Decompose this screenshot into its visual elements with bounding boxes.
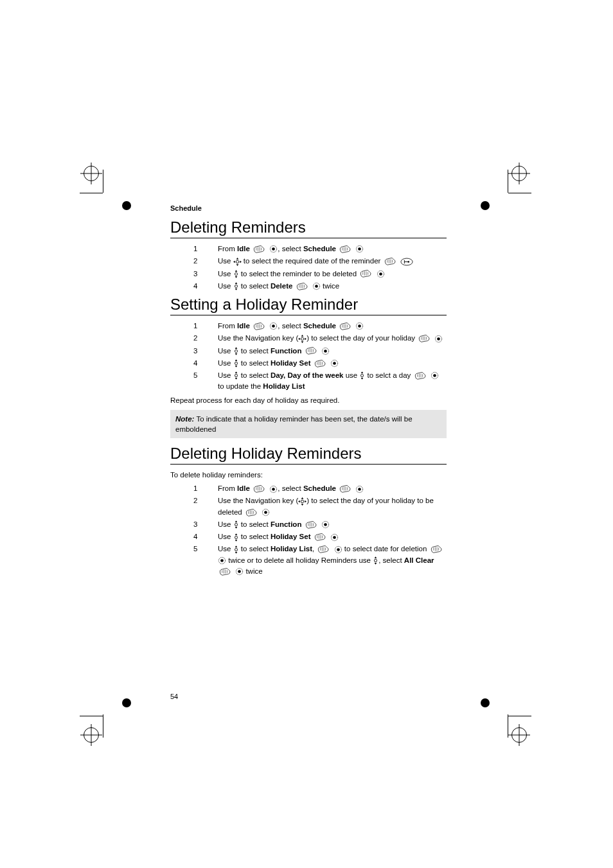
step-body: Use to select the required date of the r… — [218, 256, 447, 267]
step-item: 4 Use to select Delete twice — [193, 281, 447, 292]
dot-icon — [334, 545, 342, 554]
oval-left-icon — [400, 258, 413, 266]
dot-icon — [431, 371, 439, 380]
step-number: 5 — [193, 370, 218, 393]
bold-text: Holiday List — [263, 382, 305, 390]
bold-text: Function — [271, 520, 302, 528]
dot-icon — [377, 270, 385, 278]
note-box: Note: To indicate that a holiday reminde… — [170, 410, 447, 438]
step-item: 2 Use the Navigation key () to select th… — [193, 495, 447, 518]
chapter-header: Schedule — [170, 204, 447, 212]
step-body: Use the Navigation key () to select the … — [218, 495, 447, 518]
step-item: 1 From Idle , select Schedule — [193, 483, 447, 494]
hand-icon — [218, 567, 233, 576]
hand-icon — [429, 545, 445, 554]
bold-text: Holiday Set — [271, 359, 311, 367]
dot-icon — [321, 347, 330, 355]
step-body: Use the Navigation key () to select the … — [218, 333, 447, 344]
step-item: 2 Use to select the required date of the… — [193, 256, 447, 267]
step-number: 3 — [193, 519, 218, 530]
step-number: 2 — [193, 256, 218, 267]
hand-icon — [338, 322, 353, 331]
bold-text: Holiday Set — [271, 533, 311, 540]
step-number: 5 — [193, 544, 218, 577]
step-body: Use to select Holiday List, to select da… — [218, 544, 447, 577]
hand-icon — [338, 484, 353, 493]
bold-text: Schedule — [303, 484, 336, 492]
bold-text: Schedule — [303, 322, 336, 330]
step-body: Use to select Function — [218, 346, 447, 357]
dot-icon — [355, 322, 364, 330]
dot-icon — [355, 245, 364, 253]
step-body: Use to select Holiday Set — [218, 531, 447, 542]
step-body: Use to select Day, Day of the week use t… — [218, 370, 447, 393]
step-number: 2 — [193, 495, 218, 518]
step-body: From Idle , select Schedule — [218, 321, 447, 332]
step-item: 3 Use to select Function — [193, 346, 447, 357]
hand-icon — [413, 371, 429, 380]
note-label: Note: — [175, 415, 194, 423]
dot-icon — [330, 359, 339, 368]
dot-icon — [312, 282, 321, 290]
dot-icon — [269, 485, 278, 493]
nav-ud-icon — [373, 556, 378, 565]
dot-icon — [269, 322, 278, 330]
nav-ud-icon — [233, 545, 239, 554]
hand-icon — [252, 245, 267, 254]
nav-ud-icon — [233, 520, 239, 529]
step-number: 3 — [193, 269, 218, 279]
step-number: 4 — [193, 358, 218, 369]
bold-text: Function — [271, 347, 302, 355]
dot-icon — [321, 520, 330, 529]
step-body: Use to select the reminder to be deleted — [218, 269, 447, 279]
dot-icon — [262, 508, 270, 517]
section-title: Deleting Holiday Reminders — [170, 445, 447, 465]
steps-list: 1 From Idle , select Schedule 2 Use the … — [193, 321, 447, 393]
nav4-icon — [233, 258, 242, 266]
step-item: 4 Use to select Holiday Set — [193, 531, 447, 542]
step-item: 1 From Idle , select Schedule — [193, 321, 447, 332]
step-number: 2 — [193, 333, 218, 344]
bold-text: Idle — [237, 245, 250, 252]
nav-ud-icon — [233, 533, 239, 542]
hand-icon — [304, 520, 319, 529]
dot-icon — [235, 567, 244, 576]
bold-text: Idle — [237, 322, 250, 330]
bold-text: Idle — [237, 484, 250, 492]
hand-icon — [359, 269, 374, 278]
bold-text: All Clear — [404, 556, 434, 564]
hand-icon — [383, 257, 398, 266]
step-number: 1 — [193, 321, 218, 332]
page-number: 54 — [170, 693, 178, 700]
dot-icon — [218, 556, 226, 565]
hand-icon — [295, 282, 310, 291]
step-number: 3 — [193, 346, 218, 357]
hand-icon — [316, 545, 332, 554]
step-number: 1 — [193, 244, 218, 254]
hand-icon — [338, 245, 353, 254]
step-item: 5 Use to select Holiday List, to select … — [193, 544, 447, 577]
step-item: 4 Use to select Holiday Set — [193, 358, 447, 369]
hand-icon — [417, 334, 432, 343]
body-text: To delete holiday reminders: — [170, 470, 447, 481]
step-item: 3 Use to select the reminder to be delet… — [193, 269, 447, 279]
step-item: 5 Use to select Day, Day of the week use… — [193, 370, 447, 393]
dot-icon — [434, 335, 443, 343]
step-item: 1 From Idle , select Schedule — [193, 244, 447, 254]
step-body: Use to select Function — [218, 519, 447, 530]
bold-text: Holiday List — [271, 545, 312, 553]
body-text: Repeat process for each day of holiday a… — [170, 395, 447, 406]
nav-ud-icon — [233, 270, 239, 278]
hand-icon — [313, 359, 328, 368]
step-item: 3 Use to select Function — [193, 519, 447, 530]
bold-text: Schedule — [303, 245, 336, 252]
section-title: Setting a Holiday Reminder — [170, 296, 447, 315]
nav-ud-icon — [233, 347, 239, 355]
nav4-icon — [298, 497, 306, 506]
step-number: 4 — [193, 281, 218, 292]
step-item: 2 Use the Navigation key () to select th… — [193, 333, 447, 344]
nav4-icon — [298, 335, 306, 343]
section-title: Deleting Reminders — [170, 218, 447, 238]
step-body: From Idle , select Schedule — [218, 244, 447, 254]
step-number: 4 — [193, 531, 218, 542]
